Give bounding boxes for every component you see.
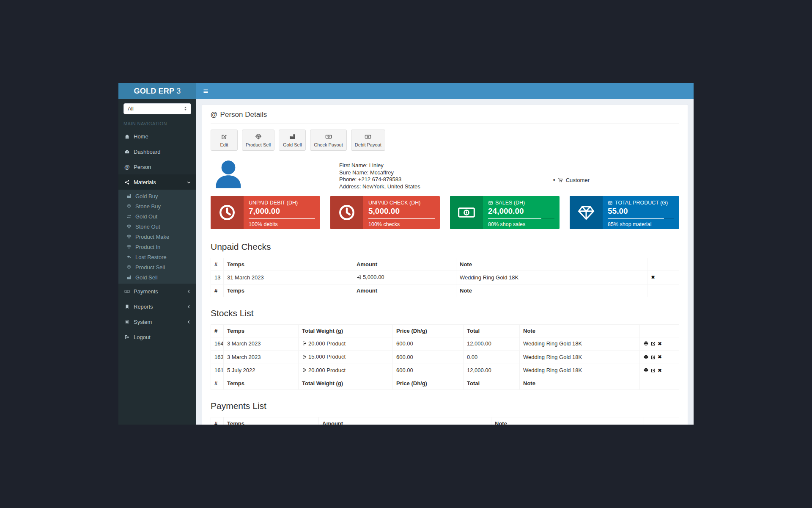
clock-icon <box>330 196 363 229</box>
column-header: Amount <box>353 258 456 271</box>
money-icon <box>124 289 134 294</box>
money-icon <box>365 133 371 140</box>
page-title-text: Person Details <box>220 110 267 119</box>
sidebar-item-reports[interactable]: Reports <box>118 299 196 314</box>
cell-temps: 31 March 2023 <box>224 271 353 284</box>
progress-bar <box>368 218 435 219</box>
calendar-icon <box>608 200 613 205</box>
person-first-name: First Name: Linley <box>339 162 420 169</box>
column-footer: # <box>211 284 224 297</box>
sidebar-item-home[interactable]: Home <box>118 129 196 144</box>
hamburger-icon <box>203 88 209 94</box>
app-logo[interactable]: GOLD ERP 3 <box>118 83 196 99</box>
dashboard-icon <box>124 149 134 155</box>
check-payout-button[interactable]: Check Payout <box>310 130 346 151</box>
sidebar-item-product-make[interactable]: Product Make <box>118 232 196 242</box>
progress-track <box>608 218 674 219</box>
gold-sell-button[interactable]: Gold Sell <box>279 130 306 151</box>
print-icon[interactable] <box>643 341 649 346</box>
sidebar-item-label: Product Sell <box>135 264 165 271</box>
cell-total: 12,000.00 <box>464 364 520 377</box>
stat-total-product: TOTAL PRODUCT (G) 55.00 85% shop materia… <box>570 196 679 229</box>
section-title-payments: Payments List <box>211 401 679 411</box>
sidebar-item-materials[interactable]: Materials <box>118 174 196 190</box>
bookmark-icon <box>124 304 134 309</box>
product-sell-button[interactable]: Product Sell <box>242 130 274 151</box>
logo-text-bold: GOLD ERP <box>134 87 175 96</box>
sidebar-item-gold-buy[interactable]: Gold Buy <box>118 191 196 201</box>
diamond-icon <box>255 133 262 140</box>
print-icon[interactable] <box>643 354 649 360</box>
sidebar-item-product-sell[interactable]: Product Sell <box>118 262 196 272</box>
sidebar-item-logout[interactable]: Logout <box>118 329 196 345</box>
person-type: • Customer <box>553 157 590 191</box>
diamond-icon <box>126 224 135 229</box>
column-footer: Amount <box>353 284 456 297</box>
delete-icon[interactable]: ✖ <box>651 274 655 280</box>
chevron-left-icon <box>187 304 191 309</box>
top-bar: GOLD ERP 3 <box>118 83 694 99</box>
column-header: Temps <box>224 324 299 337</box>
print-icon[interactable] <box>643 367 649 373</box>
sidebar-item-dashboard[interactable]: Dashboard <box>118 144 196 159</box>
factory-icon <box>126 275 135 280</box>
column-header: Price (Dh/g) <box>393 324 464 337</box>
sidebar-item-stone-out[interactable]: Stone Out <box>118 221 196 232</box>
stat-description: 80% shop sales <box>488 221 554 227</box>
column-header: Temps <box>224 258 353 271</box>
edit-icon[interactable] <box>650 341 656 346</box>
sidebar-toggle-button[interactable] <box>196 83 215 99</box>
edit-button[interactable]: Edit <box>211 130 238 151</box>
progress-track <box>249 218 315 219</box>
at-icon: @ <box>211 111 217 119</box>
stat-value: 7,000.00 <box>249 207 315 216</box>
column-footer: Temps <box>224 284 353 297</box>
sidebar-item-system[interactable]: System <box>118 314 196 329</box>
button-label: Debit Payout <box>355 142 381 147</box>
sidebar-item-label: Dashboard <box>134 149 161 155</box>
home-icon <box>124 134 134 139</box>
diamond-icon <box>570 196 603 229</box>
person-address: Address: NewYork, United States <box>339 183 420 190</box>
sidebar-item-label: Gold Sell <box>135 274 158 281</box>
person-phone: Phone: +212 674-879583 <box>339 176 420 183</box>
sign-out-icon <box>302 367 307 373</box>
category-filter-select[interactable]: All <box>123 103 191 114</box>
chevron-left-icon <box>187 320 191 324</box>
cell-price: 600.00 <box>393 337 464 351</box>
table-row: 13 31 March 2023 5,000.00 Wedding Ring G… <box>211 271 679 284</box>
sidebar-item-person[interactable]: @ Person <box>118 159 196 174</box>
delete-icon[interactable]: ✖ <box>658 341 662 347</box>
unpaid-checks-table: # Temps Amount Note 13 31 March 2023 <box>211 258 679 297</box>
cell-id: 161 <box>211 364 224 377</box>
column-header: # <box>211 324 224 337</box>
sidebar-item-gold-out[interactable]: Gold Out <box>118 211 196 221</box>
toolbar: Edit Product Sell Gold Sell Check Payout <box>211 130 679 151</box>
money-icon <box>325 133 332 140</box>
sidebar-item-stone-buy[interactable]: Stone Buy <box>118 201 196 211</box>
edit-icon[interactable] <box>650 354 656 360</box>
edit-icon[interactable] <box>650 367 656 373</box>
section-title-unpaid-checks: Unpaid Checks <box>211 242 679 252</box>
diamond-icon <box>126 204 135 209</box>
delete-icon[interactable]: ✖ <box>658 367 662 373</box>
chevron-down-icon <box>187 180 191 185</box>
column-header-actions <box>644 417 679 425</box>
sidebar-item-label: Gold Out <box>135 213 157 220</box>
delete-icon[interactable]: ✖ <box>658 354 662 360</box>
column-header: # <box>211 417 224 425</box>
table-row: 163 3 March 2023 15.000 Product 600.00 0… <box>211 351 679 364</box>
main-content: @ Person Details Edit Product Sell Gold … <box>196 99 694 425</box>
sidebar-item-payments[interactable]: Payments <box>118 284 196 299</box>
column-header: Amount <box>319 417 491 425</box>
debit-payout-button[interactable]: Debit Payout <box>351 130 385 151</box>
progress-bar <box>608 218 664 219</box>
sidebar-item-lost-restore[interactable]: Lost Restore <box>118 252 196 262</box>
chevron-left-icon <box>187 289 191 294</box>
sidebar-item-gold-sell[interactable]: Gold Sell <box>118 272 196 282</box>
sidebar-item-product-in[interactable]: Product In <box>118 242 196 252</box>
cart-icon <box>558 177 563 183</box>
calendar-icon <box>488 200 493 205</box>
gear-icon <box>124 319 134 325</box>
sidebar-item-label: Product Make <box>135 234 169 240</box>
